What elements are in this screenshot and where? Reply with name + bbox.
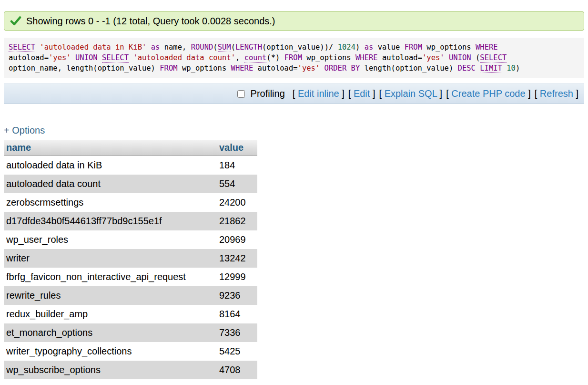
- table-header-row: name value: [4, 140, 257, 156]
- sql-token: [476, 64, 480, 73]
- bracket-close: ]: [526, 88, 531, 99]
- cell-value: 5425: [217, 342, 257, 361]
- cell-name: autoloaded data in KiB: [4, 156, 217, 175]
- sql-token: 'yes': [422, 53, 445, 62]
- table-row: writer13242: [4, 249, 257, 268]
- cell-name: zerobscrmsettings: [4, 193, 217, 212]
- sql-token: ): [516, 64, 520, 73]
- sql-token: 10: [507, 64, 516, 73]
- toolbar-link-group: [ Edit inline ]: [293, 88, 345, 99]
- sql-token: WHERE: [355, 53, 378, 62]
- cell-value: 9236: [217, 286, 257, 305]
- bracket-close: ]: [437, 88, 442, 99]
- cell-value: 4708: [217, 361, 257, 379]
- sql-token: (option_value))/: [262, 43, 338, 52]
- sql-token: [129, 53, 133, 62]
- sql-keyword-doc-link[interactable]: SELECT: [480, 53, 507, 62]
- toolbar-link-create-php-code[interactable]: Create PHP code: [451, 88, 525, 99]
- sql-token: [502, 64, 507, 73]
- table-row: et_monarch_options7336: [4, 323, 257, 342]
- sql-token: wp_options: [422, 43, 476, 52]
- sql-query-display: SELECT 'autoloaded data in KiB' as name,…: [4, 38, 584, 78]
- sql-line: option_name, length(option_value) FROM w…: [9, 63, 579, 73]
- sql-token: (: [231, 43, 235, 52]
- sql-token: as: [365, 43, 374, 52]
- table-row: zerobscrmsettings24200: [4, 193, 257, 212]
- toolbar-link-group: [ Edit ]: [348, 88, 375, 99]
- bracket-open: [: [379, 88, 385, 99]
- cell-name: writer: [4, 249, 217, 268]
- bracket-open: [: [348, 88, 354, 99]
- toolbar-link-edit[interactable]: Edit: [354, 88, 370, 99]
- cell-name: writer_typography_collections: [4, 342, 217, 361]
- table-row: fbrfg_favicon_non_interactive_api_reques…: [4, 268, 257, 286]
- cell-value: 13242: [217, 249, 257, 268]
- sql-token: wp_options: [302, 53, 355, 62]
- sql-token: [71, 53, 75, 62]
- sql-token: 'autoloaded data count': [133, 53, 235, 62]
- table-row: wp_subscribe_options4708: [4, 361, 257, 379]
- sql-token: 1024: [338, 43, 355, 52]
- sql-token: ,: [235, 53, 244, 62]
- cell-name: autoloaded data count: [4, 175, 217, 193]
- bracket-open: [: [446, 88, 451, 99]
- table-row: wp_user_roles20969: [4, 230, 257, 249]
- sql-token: [320, 64, 324, 73]
- sql-token: LENGTH: [235, 43, 262, 52]
- sql-token: ROUND: [191, 43, 213, 52]
- cell-name: rewrite_rules: [4, 286, 217, 305]
- bracket-open: [: [293, 88, 298, 99]
- sql-keyword-doc-link[interactable]: SUM: [218, 43, 231, 52]
- sql-token: ORDER BY: [324, 64, 360, 73]
- sql-token: WHERE: [231, 64, 253, 73]
- sql-token: FROM: [160, 64, 177, 73]
- sql-token: UNION: [449, 53, 471, 62]
- sql-token: (: [471, 53, 480, 62]
- cell-value: 20969: [217, 230, 257, 249]
- sql-token: name,: [160, 43, 191, 52]
- table-row: d17dfde34b0f544613ff77bd9c155e1f21862: [4, 212, 257, 230]
- sql-token: autoload=: [9, 53, 49, 62]
- profiling-label[interactable]: Profiling: [251, 88, 285, 99]
- sql-token: value: [373, 43, 404, 52]
- column-header-value[interactable]: value: [217, 140, 257, 156]
- sql-token: ): [355, 43, 365, 52]
- sql-token: option_name, length(option_value): [9, 64, 160, 73]
- sql-keyword-doc-link[interactable]: SELECT: [102, 53, 129, 62]
- bracket-close: ]: [573, 88, 578, 99]
- options-toggle[interactable]: + Options: [4, 125, 45, 136]
- sql-token: 'yes': [298, 64, 320, 73]
- sql-keyword-doc-link[interactable]: SELECT: [9, 43, 35, 52]
- sql-token: [98, 53, 102, 62]
- results-table: name value autoloaded data in KiB184auto…: [4, 140, 257, 379]
- cell-value: 12999: [217, 268, 257, 286]
- sql-token: 'autoloaded data in KiB': [40, 43, 146, 52]
- sql-token: UNION: [75, 53, 98, 62]
- bracket-open: [: [535, 88, 540, 99]
- column-header-name[interactable]: name: [4, 140, 217, 156]
- cell-name: redux_builder_amp: [4, 305, 217, 323]
- sql-keyword-doc-link[interactable]: count: [244, 53, 267, 62]
- sql-keyword-doc-link[interactable]: LIMIT: [480, 64, 502, 73]
- bracket-close: ]: [370, 88, 375, 99]
- toolbar-link-group: [ Explain SQL ]: [379, 88, 443, 99]
- sql-token: length(option_value): [360, 64, 457, 73]
- cell-name: wp_subscribe_options: [4, 361, 217, 379]
- cell-value: 184: [217, 156, 257, 175]
- toolbar-link-group: [ Create PHP code ]: [446, 88, 531, 99]
- cell-value: 554: [217, 175, 257, 193]
- cell-value: 21862: [217, 212, 257, 230]
- toolbar-link-edit-inline[interactable]: Edit inline: [298, 88, 339, 99]
- sql-token: as: [151, 43, 160, 52]
- toolbar-link-explain-sql[interactable]: Explain SQL: [385, 88, 437, 99]
- profiling-checkbox[interactable]: [237, 90, 245, 98]
- toolbar-link-refresh[interactable]: Refresh: [540, 88, 573, 99]
- cell-value: 24200: [217, 193, 257, 212]
- table-row: rewrite_rules9236: [4, 286, 257, 305]
- cell-name: fbrfg_favicon_non_interactive_api_reques…: [4, 268, 217, 286]
- success-check-icon: [10, 15, 21, 27]
- sql-token: DESC: [458, 64, 476, 73]
- sql-line: SELECT 'autoloaded data in KiB' as name,…: [9, 42, 579, 52]
- query-status-message: Showing rows 0 - -1 (12 total, Query too…: [4, 11, 584, 31]
- sql-token: [146, 43, 151, 52]
